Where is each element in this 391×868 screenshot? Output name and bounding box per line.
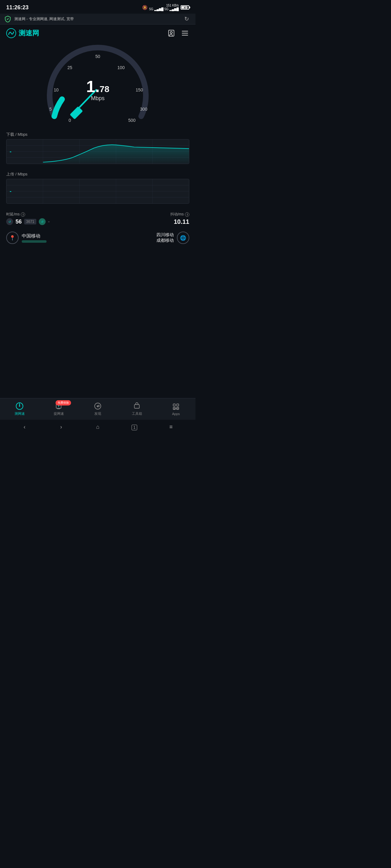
svg-point-33 [19,405,20,407]
jitter-value-row: 10.11 [98,218,189,225]
browser-url[interactable]: 测速网 - 专业测网速, 网速测试, 宽带 [14,17,181,22]
download-section: 下载 / Mbps - [0,129,196,164]
svg-text:150: 150 [136,87,143,92]
nav-label-speedtest: 测网速 [15,411,25,416]
location-row: 📍 中国移动 四川移动 成都移动 🌐 [0,229,196,249]
tools-nav-icon [133,402,141,410]
browser-bar: 测速网 - 专业测网速, 网速测试, 宽带 ↻ [0,13,196,25]
isp-name: 中国移动 [22,233,47,239]
menu-button[interactable]: ≡ [165,424,177,430]
speed-integer: 1. [86,78,100,95]
download-chart: - [6,139,189,164]
server-city: 成都移动 [157,238,174,243]
svg-text:0: 0 [68,118,71,123]
tabs-button[interactable]: 1 [128,424,141,430]
svg-text:300: 300 [140,106,147,112]
app-logo-text: 测速网 [19,29,39,38]
speed-decimal: 78 [100,84,109,94]
svg-text:10: 10 [54,87,59,92]
svg-text:5: 5 [49,106,52,112]
upload-dash: - [10,188,11,195]
latency-value: 56 [16,219,22,225]
back-button[interactable]: ‹ [18,424,31,430]
jitter-value: 10.11 [174,218,189,225]
boost-badge: 免费体验 [56,400,71,405]
speed-value: 1.78 [86,79,110,95]
metrics-row: 时延/ms ℹ ↺ 56 3671 ↺ - 抖动/ms ℹ 10.11 [0,208,196,229]
app-logo: 测速网 [6,28,39,38]
latency-icon: ↺ [6,218,13,225]
shield-icon [4,16,11,22]
download-dash: - [10,149,11,155]
jitter-info-icon[interactable]: ℹ [185,212,189,217]
svg-rect-16 [70,106,83,119]
upload-chart: - [6,179,189,204]
speedometer: 50 25 100 10 150 5 300 0 500 1.78 Mbps [39,42,157,129]
nav-item-apps[interactable]: APP Apps [157,403,196,416]
speedtest-nav-icon [16,402,24,410]
location-pin-icon: 📍 [6,231,19,244]
menu-icon-button[interactable] [180,29,189,37]
upload-section: 上传 / Mbps - [0,168,196,204]
latency-extra: 3671 [24,219,36,224]
refresh-button[interactable]: ↻ [184,16,191,22]
speed-display: 1.78 Mbps [86,79,110,102]
latency-metric: 时延/ms ℹ ↺ 56 3671 ↺ - [6,212,98,225]
home-button[interactable]: ⌂ [91,424,104,430]
nav-item-discover[interactable]: 发现 [78,402,117,416]
network-speed: 151 KB/s [166,4,179,7]
nav-label-discover: 发现 [94,411,101,416]
nav-item-tools[interactable]: 工具箱 [117,402,157,416]
latency-icon2: ↺ [39,218,46,225]
status-right: 🔕 151 KB/s 5G ▂▄▆█ 5G ▂▄▆█ 87 [142,4,189,11]
download-label: 下载 / Mbps [6,132,189,137]
svg-rect-38 [134,405,139,408]
svg-text:APP: APP [173,407,179,410]
signal-info: 151 KB/s 5G ▂▄▆█ 5G ▂▄▆█ [149,4,179,11]
isp-blurred-bar [22,240,47,243]
nav-label-apps: Apps [172,412,180,416]
status-bar: 11:26:23 🔕 151 KB/s 5G ▂▄▆█ 5G ▂▄▆█ 87 [0,0,196,13]
speedtest-logo-icon [6,28,16,38]
svg-point-37 [97,405,99,407]
latency-info-icon[interactable]: ℹ [21,212,25,217]
svg-point-2 [170,32,172,34]
apps-nav-icon: APP [172,403,180,411]
server-location: 四川移动 成都移动 🌐 [157,231,189,244]
svg-text:500: 500 [128,118,136,123]
forward-button[interactable]: › [55,424,67,430]
server-isp: 四川移动 [157,232,174,238]
nav-item-boost[interactable]: 免费体验 提网速 [39,402,78,416]
bookmark-icon-button[interactable] [167,29,176,37]
mute-icon: 🔕 [142,5,147,10]
speed-unit: Mbps [86,95,110,102]
nav-label-boost: 提网速 [54,411,64,416]
status-time: 11:26:23 [6,4,29,11]
battery-level: 87 [181,6,189,9]
server-info: 四川移动 成都移动 [157,232,174,243]
upload-label: 上传 / Mbps [6,172,189,177]
svg-text:25: 25 [67,65,72,70]
svg-rect-39 [173,404,175,406]
header-icons [167,29,189,37]
svg-text:50: 50 [95,54,100,59]
discover-nav-icon [94,402,102,410]
isp-info: 中国移动 [22,233,47,243]
bottom-nav: 测网速 免费体验 提网速 发现 [0,398,196,420]
jitter-metric: 抖动/ms ℹ 10.11 [98,212,189,225]
svg-text:100: 100 [117,65,125,70]
isp-location: 📍 中国移动 [6,231,47,244]
app-header: 测速网 [0,25,196,42]
nav-item-speedtest[interactable]: 测网速 [0,402,39,416]
latency-value-row: ↺ 56 3671 ↺ - [6,218,98,225]
signal-bars-label: 5G ▂▄▆█ 5G ▂▄▆█ [149,7,179,11]
jitter-label: 抖动/ms ℹ [98,212,189,217]
svg-rect-40 [176,404,179,406]
battery-indicator: 87 [180,5,189,10]
nav-label-tools: 工具箱 [132,411,142,416]
spacer [0,249,196,255]
globe-icon: 🌐 [177,231,189,244]
system-nav: ‹ › ⌂ 1 ≡ [0,420,196,434]
latency-label: 时延/ms ℹ [6,212,98,217]
